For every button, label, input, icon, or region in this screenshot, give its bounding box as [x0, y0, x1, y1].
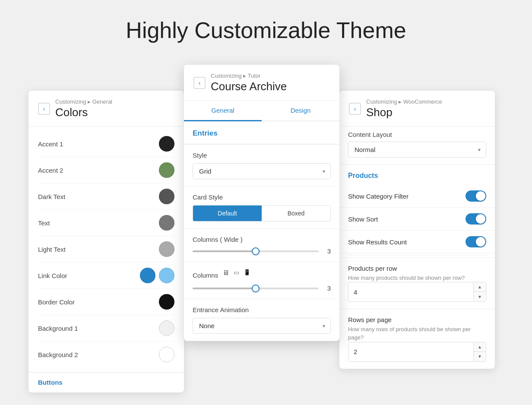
content-layout-select-wrapper: Normal Wide Full ▾ — [348, 142, 486, 158]
text-color-label: Text — [38, 219, 50, 227]
entrance-animation-select[interactable]: None Fade In Slide Up — [193, 318, 330, 333]
rows-per-page-input-wrapper: ▲ ▼ — [348, 342, 486, 362]
colors-list: Accent 1 Accent 2 Dark Text Text Light T… — [28, 127, 184, 372]
border-color-swatch[interactable] — [159, 294, 174, 310]
columns-thumb[interactable] — [252, 285, 260, 292]
show-sort-label: Show Sort — [348, 215, 378, 223]
columns-value: 3 — [324, 285, 331, 292]
products-per-row-input[interactable] — [348, 282, 473, 301]
products-per-row-down[interactable]: ▼ — [474, 292, 486, 301]
style-section: Style Grid List ▾ — [184, 145, 339, 187]
bg1-label: Background 1 — [38, 325, 78, 332]
link-color-secondary-swatch[interactable] — [159, 268, 174, 283]
color-row-link: Link Color — [38, 263, 174, 289]
center-panel-header: ‹ Customizing ▸ Tutor Course Archive — [184, 65, 339, 101]
tab-general[interactable]: General — [184, 101, 262, 121]
mobile-icon[interactable]: 📱 — [244, 269, 250, 277]
right-breadcrumb: Customizing ▸ WooCommerce — [366, 98, 485, 105]
rows-per-page-input[interactable] — [348, 342, 473, 361]
center-header-text: Customizing ▸ Tutor Course Archive — [211, 73, 330, 93]
color-row-text: Text — [38, 210, 174, 236]
style-select[interactable]: Grid List — [193, 164, 330, 179]
columns-label-text: Columns — [193, 272, 218, 279]
right-header-text: Customizing ▸ WooCommerce Shop — [366, 98, 485, 119]
toggle-knob-sort — [476, 214, 485, 224]
products-per-row-desc: How many products should be shown per ro… — [348, 275, 465, 281]
center-subtitle: Course Archive — [211, 80, 330, 93]
color-row-accent1: Accent 1 — [38, 131, 174, 157]
columns-wide-track — [193, 250, 319, 252]
rows-per-page-down[interactable]: ▼ — [474, 352, 486, 361]
panel-left: ‹ Customizing ▸ General Colors Accent 1 … — [28, 91, 184, 392]
products-per-row-label: Products per row — [348, 265, 486, 272]
content-layout-section: Content Layout Normal Wide Full ▾ — [339, 127, 495, 165]
toggle-row-results-count: Show Results Count — [339, 231, 495, 253]
entries-title: Entries — [193, 129, 218, 137]
monitor-icon[interactable]: 🖥 — [222, 269, 229, 277]
link-color-label: Link Color — [38, 272, 67, 279]
device-icons-row: 🖥 ▭ 📱 — [222, 269, 250, 277]
columns-wide-thumb[interactable] — [252, 247, 260, 255]
card-style-label: Card Style — [193, 193, 331, 201]
columns-label-row: Columns 🖥 ▭ 📱 — [193, 269, 331, 281]
rows-per-page-desc: How many rows of products should be show… — [348, 326, 471, 341]
show-category-filter-toggle[interactable] — [466, 190, 486, 202]
products-per-row-input-wrapper: ▲ ▼ — [348, 282, 486, 302]
card-style-toggle-group: Default Boxed — [193, 205, 331, 221]
center-back-button[interactable]: ‹ — [193, 77, 206, 89]
panels-container: ‹ Customizing ▸ General Colors Accent 1 … — [28, 65, 504, 392]
card-style-default-btn[interactable]: Default — [193, 206, 262, 221]
left-panel-footer: Buttons — [28, 372, 184, 392]
style-select-wrapper: Grid List ▾ — [193, 163, 331, 179]
dark-text-swatch[interactable] — [159, 189, 174, 204]
entries-section: Entries — [184, 121, 339, 145]
rows-per-page-spinners: ▲ ▼ — [473, 342, 486, 361]
tab-design[interactable]: Design — [262, 101, 339, 121]
show-results-count-label: Show Results Count — [348, 238, 407, 246]
light-text-swatch[interactable] — [159, 241, 174, 257]
link-color-primary-swatch[interactable] — [140, 268, 155, 283]
color-row-bg1: Background 1 — [38, 315, 174, 342]
color-row-border: Border Color — [38, 289, 174, 315]
left-panel-header: ‹ Customizing ▸ General Colors — [28, 91, 184, 127]
bg2-swatch[interactable] — [159, 347, 174, 362]
products-per-row-section: Products per row How many products shoul… — [339, 257, 495, 309]
dark-text-label: Dark Text — [38, 193, 65, 200]
card-style-boxed-btn[interactable]: Boxed — [262, 206, 330, 221]
color-row-dark-text: Dark Text — [38, 184, 174, 210]
text-color-swatch[interactable] — [159, 215, 174, 231]
back-icon-right: ‹ — [354, 105, 356, 112]
columns-section: Columns 🖥 ▭ 📱 3 — [184, 262, 339, 299]
columns-slider-row: 3 — [193, 285, 331, 292]
toggle-row-category-filter: Show Category Filter — [339, 185, 495, 208]
back-icon: ‹ — [43, 105, 45, 112]
columns-wide-slider-row: 3 — [193, 247, 331, 255]
accent1-label: Accent 1 — [38, 140, 63, 148]
right-panel-header: ‹ Customizing ▸ WooCommerce Shop — [339, 91, 495, 127]
entrance-animation-label: Entrance Animation — [193, 306, 331, 313]
tablet-icon[interactable]: ▭ — [234, 269, 239, 277]
columns-wide-value: 3 — [324, 247, 331, 255]
show-results-count-toggle[interactable] — [466, 236, 486, 247]
light-text-label: Light Text — [38, 246, 66, 253]
columns-wide-section: Columns ( Wide ) 3 — [184, 229, 339, 262]
panel-right: ‹ Customizing ▸ WooCommerce Shop Content… — [339, 91, 495, 369]
bg2-label: Background 2 — [38, 351, 78, 358]
accent2-label: Accent 2 — [38, 167, 63, 174]
show-sort-toggle[interactable] — [466, 213, 486, 225]
accent2-swatch[interactable] — [159, 162, 174, 178]
left-back-button[interactable]: ‹ — [38, 103, 50, 115]
columns-fill — [193, 288, 256, 289]
products-per-row-up[interactable]: ▲ — [474, 282, 486, 292]
rows-per-page-up[interactable]: ▲ — [474, 342, 486, 352]
page-title: Highly Customizable Theme — [126, 17, 406, 43]
right-back-button[interactable]: ‹ — [349, 103, 361, 115]
back-icon-center: ‹ — [199, 79, 201, 86]
show-category-filter-label: Show Category Filter — [348, 193, 408, 200]
bg1-swatch[interactable] — [159, 320, 174, 336]
accent1-swatch[interactable] — [159, 136, 174, 152]
right-subtitle: Shop — [366, 106, 485, 119]
color-row-bg2: Background 2 — [38, 342, 174, 367]
content-layout-label: Content Layout — [348, 131, 486, 138]
content-layout-select[interactable]: Normal Wide Full — [348, 142, 486, 157]
